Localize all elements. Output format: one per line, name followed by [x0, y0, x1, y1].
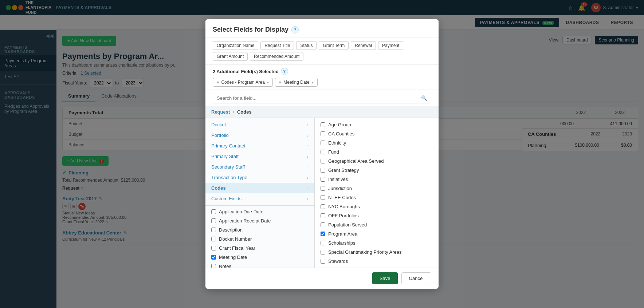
- checkbox-input-geographical-area[interactable]: [321, 159, 325, 163]
- additional-label: 2 Additional Field(s) Selected ?: [213, 68, 431, 75]
- checkbox-input-ethnicity[interactable]: [321, 141, 325, 145]
- checkbox-docket-number[interactable]: Docket Number: [205, 234, 314, 244]
- checkbox-ethnicity[interactable]: Ethnicity: [315, 138, 439, 147]
- checkbox-input-notes[interactable]: [211, 264, 216, 268]
- additional-help-icon[interactable]: ?: [281, 68, 288, 75]
- checkbox-input-special-grantmaking[interactable]: [321, 250, 325, 254]
- modal-title: Select Fields for Display ?: [213, 26, 431, 33]
- checkbox-grant-strategy[interactable]: Grant Strategy: [315, 166, 439, 175]
- search-input[interactable]: [213, 93, 417, 103]
- panel-item-primary-contact[interactable]: Primary Contact ›: [205, 141, 314, 151]
- checkbox-input-docket-number[interactable]: [211, 237, 216, 241]
- search-button[interactable]: 🔍: [417, 93, 431, 103]
- chevron-codes: ›: [307, 186, 309, 190]
- checkbox-program-area[interactable]: Program Area: [315, 229, 439, 238]
- checkbox-nyc-boroughs[interactable]: NYC Boroughs: [315, 202, 439, 211]
- checkbox-age-group[interactable]: Age Group: [315, 120, 439, 129]
- checkbox-input-description[interactable]: [211, 228, 216, 232]
- checkbox-ntee-codes[interactable]: NTEE Codes: [315, 193, 439, 202]
- chip-request-title[interactable]: Request Title: [260, 41, 294, 50]
- left-panel: Docket › Portfolio › Primary Contact › P…: [205, 118, 315, 268]
- checkbox-input-initiatives[interactable]: [321, 177, 325, 182]
- chevron-down-meeting: ▾: [312, 80, 314, 84]
- drag-handle-codes: ≡: [217, 80, 219, 84]
- checkbox-input-stewards[interactable]: [321, 259, 325, 264]
- panel-item-codes[interactable]: Codes ›: [205, 183, 314, 193]
- modal-footer: Save Cancel: [205, 268, 439, 289]
- checkbox-description[interactable]: Description: [205, 225, 314, 234]
- panel-item-secondary-staff[interactable]: Secondary Staff ›: [205, 162, 314, 172]
- add-field-label-meeting: Meeting Date: [283, 80, 309, 85]
- checkbox-input-fund[interactable]: [321, 150, 325, 154]
- modal-body: Docket › Portfolio › Primary Contact › P…: [205, 118, 439, 268]
- breadcrumb: Request › Codes: [205, 106, 439, 118]
- chevron-primary-staff: ›: [307, 154, 309, 159]
- checkbox-input-off-portfolios[interactable]: [321, 213, 325, 218]
- checkbox-input-grant-strategy[interactable]: [321, 168, 325, 173]
- chip-renewal[interactable]: Renewal: [351, 41, 376, 50]
- selected-fields-row: Organization Name Request Title Status G…: [205, 37, 439, 65]
- panel-item-primary-staff[interactable]: Primary Staff ›: [205, 151, 314, 162]
- checkbox-application-due[interactable]: Application Due Date: [205, 207, 314, 216]
- checkbox-meeting-date[interactable]: Meeting Date: [205, 253, 314, 262]
- checkbox-grant-fiscal-year[interactable]: Grant Fiscal Year: [205, 244, 314, 253]
- checkbox-input-meeting-date[interactable]: [211, 255, 216, 260]
- checkbox-input-application-due[interactable]: [211, 209, 216, 214]
- left-panel-inner: Docket › Portfolio › Primary Contact › P…: [205, 118, 314, 268]
- checkbox-input-application-receipt[interactable]: [211, 218, 216, 223]
- chip-grant-amount[interactable]: Grant Amount: [213, 52, 248, 61]
- chip-org-name[interactable]: Organization Name: [213, 41, 258, 50]
- add-field-codes[interactable]: ≡ Codes - Program Area ▾: [213, 78, 273, 87]
- checkbox-ca-counties[interactable]: CA Counties: [315, 129, 439, 138]
- search-box: 🔍: [213, 93, 431, 103]
- chevron-transaction-type: ›: [307, 175, 309, 180]
- checkbox-input-scholarships[interactable]: [321, 241, 325, 245]
- panel-item-portfolio[interactable]: Portfolio ›: [205, 130, 314, 141]
- checkbox-input-ntee-codes[interactable]: [321, 195, 325, 200]
- checkbox-population-served[interactable]: Population Served: [315, 220, 439, 229]
- chevron-docket: ›: [307, 123, 309, 127]
- checkbox-input-age-group[interactable]: [321, 122, 325, 127]
- checkbox-scholarships[interactable]: Scholarships: [315, 238, 439, 248]
- checkbox-jurisdiction[interactable]: Jurisdiction: [315, 184, 439, 193]
- panel-item-docket[interactable]: Docket ›: [205, 119, 314, 130]
- panel-item-custom-fields[interactable]: Custom Fields ›: [205, 193, 314, 204]
- chevron-secondary-staff: ›: [307, 165, 309, 169]
- additional-fields: ≡ Codes - Program Area ▾ ≡ Meeting Date …: [213, 78, 431, 87]
- breadcrumb-parent[interactable]: Request: [211, 109, 230, 115]
- checkbox-input-population-served[interactable]: [321, 222, 325, 227]
- checkbox-input-program-area[interactable]: [321, 232, 325, 236]
- cancel-button[interactable]: Cancel: [401, 272, 431, 284]
- panel-item-transaction-type[interactable]: Transaction Type ›: [205, 172, 314, 183]
- chip-grant-term[interactable]: Grant Term: [319, 41, 349, 50]
- checkbox-application-receipt[interactable]: Application Receipt Date: [205, 216, 314, 225]
- checkbox-initiatives[interactable]: Initiatives: [315, 175, 439, 184]
- left-panel-divider: [205, 205, 314, 206]
- add-field-label-codes: Codes - Program Area: [221, 80, 264, 85]
- right-panel: Age Group CA Counties Ethnicity Fund Geo…: [315, 118, 439, 268]
- checkbox-geographical-area[interactable]: Geographical Area Served: [315, 157, 439, 166]
- chevron-primary-contact: ›: [307, 144, 309, 148]
- checkbox-stewards[interactable]: Stewards: [315, 257, 439, 266]
- select-fields-modal: Select Fields for Display ? Organization…: [205, 19, 439, 289]
- checkbox-input-jurisdiction[interactable]: [321, 186, 325, 191]
- checkbox-input-nyc-boroughs[interactable]: [321, 204, 325, 209]
- checkbox-special-grantmaking[interactable]: Special Grantmaking Priority Areas: [315, 248, 439, 257]
- checkbox-notes[interactable]: Notes: [205, 262, 314, 268]
- chip-payment[interactable]: Payment: [378, 41, 403, 50]
- add-field-meeting[interactable]: ≡ Meeting Date ▾: [275, 78, 318, 87]
- chevron-custom-fields: ›: [307, 197, 309, 201]
- checkbox-off-portfolios[interactable]: OFF Portfolios: [315, 211, 439, 220]
- chip-status[interactable]: Status: [296, 41, 317, 50]
- modal-overlay[interactable]: Select Fields for Display ? Organization…: [0, 0, 644, 308]
- chip-rec-amount[interactable]: Recommended Amount: [250, 52, 303, 61]
- additional-section: 2 Additional Field(s) Selected ? ≡ Codes…: [205, 65, 439, 90]
- modal-header: Select Fields for Display ?: [205, 19, 439, 37]
- search-row: 🔍: [205, 90, 439, 106]
- save-button[interactable]: Save: [372, 272, 398, 284]
- drag-handle-meeting: ≡: [279, 80, 281, 84]
- checkbox-fund[interactable]: Fund: [315, 147, 439, 157]
- checkbox-input-grant-fiscal-year[interactable]: [211, 246, 216, 250]
- modal-help-icon[interactable]: ?: [291, 26, 299, 33]
- checkbox-input-ca-counties[interactable]: [321, 131, 325, 136]
